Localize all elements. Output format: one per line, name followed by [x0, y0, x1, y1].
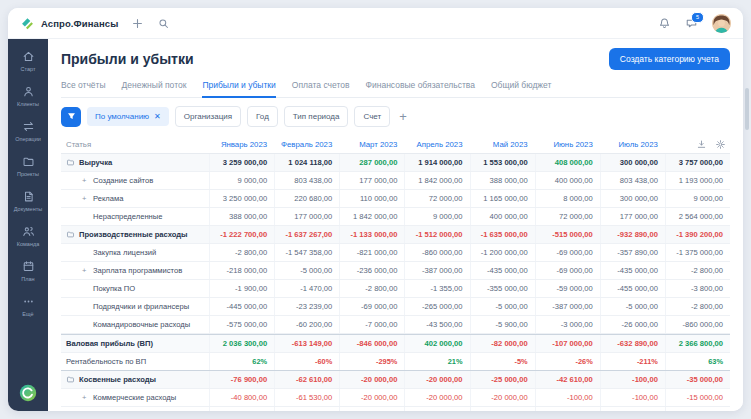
aspro-logo[interactable]	[19, 384, 37, 402]
filter-chip-1[interactable]: Организация	[175, 106, 241, 127]
folder-icon[interactable]	[66, 158, 75, 167]
table-cell: -265 000,00	[404, 298, 469, 315]
column-header-5[interactable]: Май 2023	[470, 140, 535, 149]
create-category-button[interactable]: Создать категорию учета	[609, 48, 730, 70]
column-header-3[interactable]: Март 2023	[339, 140, 404, 149]
table-row[interactable]: +Управленческие расходы-36 100,00-1 080,…	[61, 407, 730, 411]
row-label-cell: Командировочные расходы	[61, 316, 209, 333]
table-cell: 400 000,00	[535, 172, 600, 189]
expand-toggle[interactable]: +	[82, 176, 89, 185]
expand-toggle[interactable]: +	[82, 266, 89, 275]
sidebar-item-more[interactable]: Ещё	[8, 289, 48, 324]
row-label: Косвенные расходы	[79, 375, 156, 384]
table-row[interactable]: Закупка лицензий-2 800,00-1 547 358,00-8…	[61, 244, 730, 262]
filter-chip-4[interactable]: Счет	[354, 106, 390, 127]
filter-chip-2[interactable]: Год	[247, 106, 278, 127]
folder-icon[interactable]	[66, 230, 75, 239]
tab-5[interactable]: Финансовые обязательства	[366, 78, 475, 97]
column-header-4[interactable]: Апрель 2023	[404, 140, 469, 149]
table-cell: -20 000,00	[339, 371, 404, 388]
sidebar-item-plan[interactable]: План	[8, 254, 48, 289]
expand-toggle[interactable]: +	[82, 393, 89, 402]
tab-2[interactable]: Денежный поток	[122, 78, 187, 97]
scrollbar-thumb[interactable]	[745, 88, 749, 130]
sidebar-item-start[interactable]: Старт	[8, 44, 48, 79]
table-header-actions	[665, 139, 730, 150]
table-cell: -1 355,00	[404, 280, 469, 297]
table-row[interactable]: Косвенные расходы-76 900,00-62 610,00-20…	[61, 371, 730, 389]
table-row[interactable]: Производственные расходы-1 222 700,00-1 …	[61, 226, 730, 244]
page-head: Прибыли и убытки Создать категорию учета	[61, 48, 730, 70]
table-row[interactable]: Валовая прибыль (ВП)2 036 300,00-613 149…	[61, 334, 730, 353]
table-row[interactable]: Покупка ПО-1 900,00-1 470,00-2 800,00-1 …	[61, 280, 730, 298]
tab-1[interactable]: Все отчёты	[61, 78, 106, 97]
tab-6[interactable]: Общий бюджет	[491, 78, 551, 97]
create-quick-button[interactable]	[131, 17, 144, 30]
tab-4[interactable]: Оплата счетов	[292, 78, 350, 97]
row-label: Нераспределенные	[93, 212, 162, 221]
filter-button[interactable]	[61, 107, 81, 127]
table-cell: 388 000,00	[470, 172, 535, 189]
table-cell: 1 914 000,00	[404, 154, 469, 171]
team-icon	[22, 225, 35, 238]
sidebar-item-label: Старт	[21, 66, 36, 72]
table-cell: -860 000,00	[665, 316, 730, 333]
table-row[interactable]: +Коммерческие расходы-40 800,00-61 530,0…	[61, 389, 730, 407]
table-cell: -20 000,00	[404, 389, 469, 406]
sidebar-item-operations[interactable]: Операции	[8, 114, 48, 149]
table-cell: -455 000,00	[600, 280, 665, 297]
app-logo[interactable]: Аспро.Финансы	[20, 16, 118, 31]
column-header-2[interactable]: Февраль 2023	[274, 140, 339, 149]
table-cell: 63%	[665, 353, 730, 370]
table-row[interactable]: +Зарплата программистов-218 000,00-5 000…	[61, 262, 730, 280]
table-cell: 9 000,00	[404, 208, 469, 225]
table-cell: -3 800,00	[665, 280, 730, 297]
global-search-button[interactable]	[157, 17, 170, 30]
folder-icon[interactable]	[66, 375, 75, 384]
table-cell: -1 637 267,00	[274, 226, 339, 243]
table-row[interactable]: Рентабельность по ВП62%-60%-295%21%-5%-2…	[61, 353, 730, 371]
table-cell: -100,00	[600, 371, 665, 388]
table-cell: 8 000,00	[535, 190, 600, 207]
documents-icon	[22, 190, 35, 203]
gear-icon[interactable]	[715, 139, 726, 150]
table-cell: -69 000,00	[339, 298, 404, 315]
row-label-cell: +Зарплата программистов	[61, 262, 209, 279]
table-cell: 2 564 000,00	[665, 208, 730, 225]
table-row[interactable]: Командировочные расходы-575 000,00-60 20…	[61, 316, 730, 334]
row-label-cell: Закупка лицензий	[61, 244, 209, 261]
table-header-row: Статья Январь 2023Февраль 2023Март 2023А…	[61, 135, 730, 154]
row-label-cell: +Управленческие расходы	[61, 407, 209, 411]
expand-toggle[interactable]: +	[82, 194, 89, 203]
row-label-cell: Выручка	[61, 154, 209, 171]
table-row[interactable]: +Реклама3 250 000,00220 680,00110 000,00…	[61, 190, 730, 208]
column-header-1[interactable]: Январь 2023	[209, 140, 274, 149]
sidebar-item-label: Клиенты	[17, 101, 39, 107]
table-row[interactable]: Подрядчики и фрилансеры-445 000,00-23 23…	[61, 298, 730, 316]
sidebar-item-team[interactable]: Команда	[8, 219, 48, 254]
table-cell: -5 000,00	[470, 407, 535, 411]
messages-button[interactable]: 5	[685, 17, 698, 30]
table-cell: 9 000,00	[665, 190, 730, 207]
sidebar-item-projects[interactable]: Проекты	[8, 149, 48, 184]
table-cell: -1 222 700,00	[209, 226, 274, 243]
filter-chip-default[interactable]: По умолчанию ✕	[87, 107, 169, 126]
table-row[interactable]: Нераспределенные388 000,00177 000,001 84…	[61, 208, 730, 226]
table-row[interactable]: +Создание сайтов9 000,00803 438,00177 00…	[61, 172, 730, 190]
notifications-button[interactable]	[658, 17, 671, 30]
column-header-7[interactable]: Июль 2023	[600, 140, 665, 149]
table-cell: -100,00	[600, 389, 665, 406]
tab-3[interactable]: Прибыли и убытки	[202, 78, 275, 98]
close-icon[interactable]: ✕	[154, 113, 161, 121]
column-header-6[interactable]: Июнь 2023	[535, 140, 600, 149]
sidebar-item-clients[interactable]: Клиенты	[8, 79, 48, 114]
table-row[interactable]: Выручка3 259 000,001 024 118,00287 000,0…	[61, 154, 730, 172]
app-window: Аспро.Финансы 5	[8, 8, 743, 411]
table-cell: -435 000,00	[600, 262, 665, 279]
avatar[interactable]	[712, 14, 731, 33]
download-icon[interactable]	[696, 139, 707, 150]
filter-chip-3[interactable]: Тип периода	[284, 106, 349, 127]
sidebar-item-documents[interactable]: Документы	[8, 184, 48, 219]
add-filter-button[interactable]: +	[396, 110, 410, 123]
app-name: Аспро.Финансы	[41, 18, 118, 29]
